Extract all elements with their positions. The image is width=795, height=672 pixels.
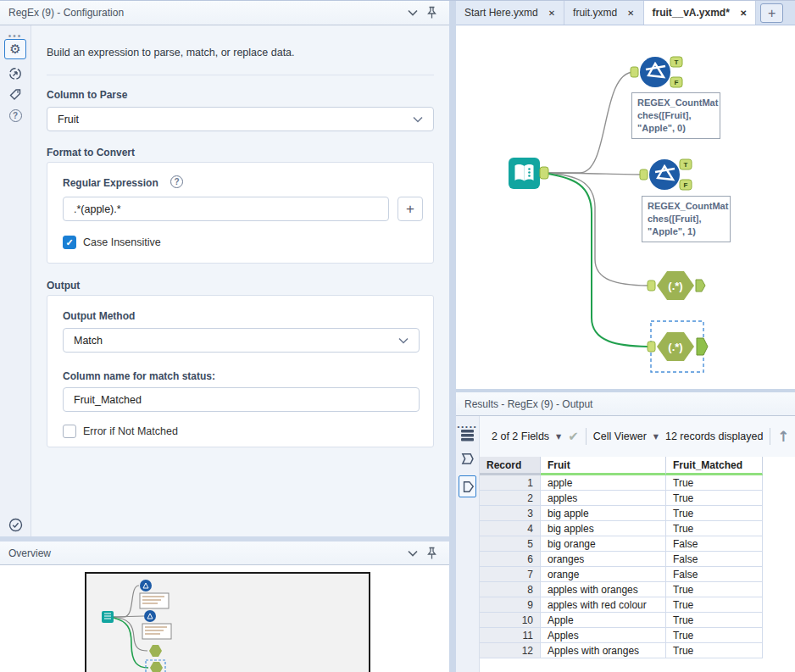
table-cell[interactable]: oranges xyxy=(541,552,666,567)
table-cell[interactable]: 12 xyxy=(480,643,541,658)
table-cell[interactable]: 4 xyxy=(480,521,541,536)
overview-panel-body[interactable] xyxy=(0,565,449,672)
table-cell[interactable]: 2 xyxy=(480,491,541,506)
tab-fruit-va[interactable]: fruit__vA.yxmd* ✕ xyxy=(644,1,757,25)
filter-tool-1[interactable]: T F xyxy=(631,57,682,87)
chevron-down-icon[interactable]: ▼ xyxy=(653,433,659,441)
fields-summary[interactable]: 2 of 2 Fields xyxy=(492,430,549,442)
table-cell[interactable]: Apples with oranges xyxy=(541,643,666,658)
table-row[interactable]: 7orangeFalse xyxy=(480,567,763,582)
table-cell[interactable]: False xyxy=(666,552,763,567)
column-header-fruit-matched[interactable]: Fruit_Matched xyxy=(666,457,763,475)
table-cell[interactable]: True xyxy=(666,491,763,506)
overview-viewport-rect[interactable] xyxy=(85,572,370,672)
regex-input[interactable]: .*(apple).* xyxy=(63,197,389,221)
match-status-input[interactable]: Fruit_Matched xyxy=(63,387,420,412)
column-header-fruit[interactable]: Fruit xyxy=(541,457,666,475)
table-cell[interactable]: 8 xyxy=(480,582,541,597)
column-to-parse-select[interactable]: Fruit xyxy=(47,107,434,131)
metadata-view-icon[interactable] xyxy=(459,450,476,469)
table-cell[interactable]: True xyxy=(666,506,763,521)
filter-tool-2[interactable]: T F xyxy=(640,159,692,190)
table-cell[interactable]: apples xyxy=(541,491,666,506)
pin-icon[interactable] xyxy=(422,4,441,21)
input-anchor[interactable] xyxy=(648,342,655,352)
output-anchor-icon[interactable] xyxy=(459,475,476,497)
workflow-canvas[interactable]: T F T F (.*) xyxy=(456,25,795,389)
chevron-down-icon[interactable]: ▼ xyxy=(556,433,561,441)
table-cell[interactable]: orange xyxy=(541,567,666,582)
annotation-filter1[interactable]: REGEX_CountMat ches([Fruit], "Apple", 0) xyxy=(631,92,720,139)
tag-icon[interactable] xyxy=(4,85,26,105)
navigation-icon[interactable] xyxy=(4,64,26,84)
table-cell[interactable]: 7 xyxy=(480,567,541,582)
help-icon[interactable]: ? xyxy=(4,105,26,125)
check-circle-icon[interactable] xyxy=(4,514,26,535)
error-if-not-matched-row[interactable]: Error if Not Matched xyxy=(63,425,178,438)
table-cell[interactable]: 9 xyxy=(480,597,541,613)
column-header-record[interactable]: Record xyxy=(480,457,541,475)
table-row[interactable]: 12Apples with orangesTrue xyxy=(480,643,763,658)
table-row[interactable]: 10AppleTrue xyxy=(480,613,763,628)
annotation-filter2[interactable]: REGEX_CountMat ches([Fruit], "Apple", 1) xyxy=(642,196,731,242)
table-row[interactable]: 9apples with red colourTrue xyxy=(480,597,763,613)
table-cell[interactable]: 11 xyxy=(480,628,541,643)
table-cell[interactable]: 10 xyxy=(480,613,541,628)
input-anchor[interactable] xyxy=(648,280,655,291)
pin-icon[interactable] xyxy=(422,545,441,562)
table-cell[interactable]: True xyxy=(666,582,763,597)
chevron-down-icon[interactable] xyxy=(403,545,422,562)
table-cell[interactable]: True xyxy=(666,475,763,491)
close-icon[interactable]: ✕ xyxy=(740,8,747,18)
table-row[interactable]: 11ApplesTrue xyxy=(480,628,763,643)
table-row[interactable]: 2applesTrue xyxy=(480,491,763,506)
table-cell[interactable]: big orange xyxy=(541,536,666,552)
table-cell[interactable]: True xyxy=(666,628,763,643)
output-anchor[interactable] xyxy=(696,280,705,292)
table-cell[interactable]: 1 xyxy=(480,475,541,491)
regex-tool-2-selected[interactable]: (.*) xyxy=(648,321,708,372)
table-row[interactable]: 8apples with orangesTrue xyxy=(480,582,763,597)
input-anchor[interactable] xyxy=(631,67,638,77)
input-anchor[interactable] xyxy=(640,169,648,180)
table-cell[interactable]: 6 xyxy=(480,552,541,567)
output-anchor[interactable] xyxy=(697,338,708,355)
table-cell[interactable]: Apples xyxy=(541,628,666,643)
table-cell[interactable]: 5 xyxy=(480,536,541,552)
gear-icon[interactable]: ⚙ xyxy=(4,39,26,59)
help-icon[interactable]: ? xyxy=(170,175,183,188)
add-expression-button[interactable]: + xyxy=(398,197,423,221)
new-tab-button[interactable]: + xyxy=(760,3,783,23)
output-method-select[interactable]: Match xyxy=(63,328,420,353)
table-cell[interactable]: True xyxy=(666,521,763,536)
table-cell[interactable]: False xyxy=(666,536,763,552)
input-data-tool[interactable] xyxy=(509,158,548,189)
tab-fruit[interactable]: fruit.yxmd ✕ xyxy=(564,1,643,25)
error-if-not-matched-checkbox[interactable] xyxy=(63,425,76,438)
table-row[interactable]: 4big applesTrue xyxy=(480,521,763,536)
chevron-down-icon[interactable] xyxy=(403,4,422,21)
output-anchor[interactable] xyxy=(540,167,548,179)
table-cell[interactable]: apple xyxy=(541,475,666,491)
close-icon[interactable]: ✕ xyxy=(548,8,555,18)
up-arrow-icon[interactable]: ↑ xyxy=(777,428,789,445)
table-cell[interactable]: big apple xyxy=(541,506,666,521)
table-row[interactable]: 3big appleTrue xyxy=(480,506,763,521)
table-cell[interactable]: 3 xyxy=(480,506,541,521)
close-icon[interactable]: ✕ xyxy=(627,8,634,18)
table-row[interactable]: 1appleTrue xyxy=(480,475,763,491)
tab-start-here[interactable]: Start Here.yxmd ✕ xyxy=(456,1,564,25)
table-cell[interactable]: True xyxy=(666,643,763,658)
table-row[interactable]: 6orangesFalse xyxy=(480,552,763,567)
table-cell[interactable]: True xyxy=(666,613,763,628)
cell-viewer-button[interactable]: Cell Viewer xyxy=(593,430,647,442)
table-cell[interactable]: big apples xyxy=(541,521,666,536)
table-cell[interactable]: Apple xyxy=(541,613,666,628)
table-cell[interactable]: apples with oranges xyxy=(541,582,666,597)
case-insensitive-row[interactable]: ✓ Case Insensitive xyxy=(63,236,161,249)
apply-check-icon[interactable]: ✔ xyxy=(568,429,579,444)
regex-tool-1[interactable]: (.*) xyxy=(648,271,705,300)
table-cell[interactable]: True xyxy=(666,597,763,613)
table-cell[interactable]: apples with red colour xyxy=(541,597,666,613)
table-cell[interactable]: False xyxy=(666,567,763,582)
